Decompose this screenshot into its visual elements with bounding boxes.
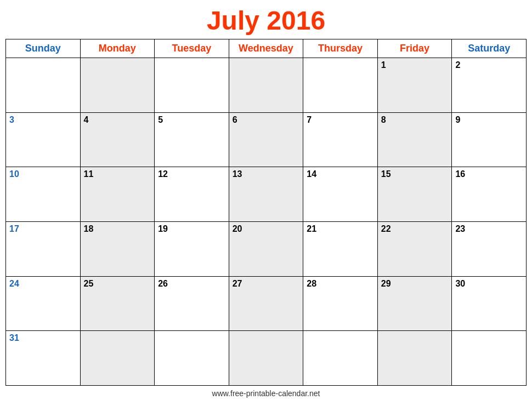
- calendar-cell: [155, 331, 229, 386]
- header-row: SundayMondayTuesdayWednesdayThursdayFrid…: [6, 39, 527, 58]
- day-number: 2: [455, 60, 460, 70]
- day-number: 14: [307, 169, 316, 179]
- week-row-3: 10111213141516: [6, 167, 527, 222]
- day-number: 17: [9, 224, 19, 233]
- calendar-cell: 30: [452, 276, 527, 331]
- day-number: 15: [381, 169, 391, 179]
- day-number: 8: [381, 115, 386, 124]
- calendar-cell: [303, 331, 378, 386]
- day-number: 18: [84, 224, 94, 233]
- calendar-cell: 19: [155, 221, 229, 276]
- calendar-cell: 7: [303, 112, 378, 167]
- header-tuesday: Tuesday: [155, 39, 229, 58]
- calendar-cell: [377, 331, 452, 386]
- week-row-4: 17181920212223: [6, 221, 527, 276]
- calendar-title: July 2016: [207, 5, 325, 36]
- calendar-cell: 22: [377, 221, 452, 276]
- day-number: 19: [158, 224, 168, 233]
- calendar-cell: 9: [452, 112, 527, 167]
- day-number: 30: [455, 279, 465, 288]
- calendar-cell: 17: [6, 221, 81, 276]
- day-number: 16: [455, 169, 465, 179]
- calendar-cell: 18: [80, 221, 155, 276]
- day-number: 31: [9, 333, 19, 342]
- day-number: 25: [84, 279, 94, 288]
- day-number: 26: [158, 279, 168, 288]
- calendar-cell: 11: [80, 167, 155, 222]
- day-number: 12: [158, 169, 168, 179]
- calendar-cell: [229, 58, 303, 113]
- calendar-cell: 1: [377, 58, 452, 113]
- calendar-cell: [303, 58, 378, 113]
- calendar-body: 1234567891011121314151617181920212223242…: [6, 58, 527, 386]
- day-number: 6: [233, 115, 237, 124]
- day-number: 22: [381, 224, 391, 233]
- calendar-cell: 26: [155, 276, 229, 331]
- day-number: 5: [158, 115, 163, 124]
- calendar-cell: 10: [6, 167, 81, 222]
- calendar-cell: 3: [6, 112, 81, 167]
- calendar-cell: 21: [303, 221, 378, 276]
- day-number: 7: [307, 115, 312, 124]
- header-friday: Friday: [377, 39, 452, 58]
- header-thursday: Thursday: [303, 39, 378, 58]
- calendar-cell: 13: [229, 167, 303, 222]
- day-number: 29: [381, 279, 391, 288]
- calendar-cell: 28: [303, 276, 378, 331]
- calendar-table: SundayMondayTuesdayWednesdayThursdayFrid…: [5, 39, 527, 386]
- calendar-cell: 12: [155, 167, 229, 222]
- calendar-cell: 14: [303, 167, 378, 222]
- day-number: 9: [455, 115, 460, 124]
- calendar-cell: 25: [80, 276, 155, 331]
- day-number: 1: [381, 60, 386, 70]
- week-row-2: 3456789: [6, 112, 527, 167]
- calendar-cell: [6, 58, 81, 113]
- calendar-cell: 5: [155, 112, 229, 167]
- calendar-cell: [80, 331, 155, 386]
- day-number: 13: [233, 169, 242, 179]
- header-saturday: Saturday: [452, 39, 527, 58]
- calendar-cell: 4: [80, 112, 155, 167]
- week-row-6: 31: [6, 331, 527, 386]
- week-row-5: 24252627282930: [6, 276, 527, 331]
- day-number: 23: [455, 224, 465, 233]
- calendar-cell: 23: [452, 221, 527, 276]
- week-row-1: 12: [6, 58, 527, 113]
- calendar-cell: 29: [377, 276, 452, 331]
- day-number: 20: [233, 224, 242, 233]
- calendar-cell: [229, 331, 303, 386]
- day-number: 3: [9, 115, 14, 124]
- calendar-cell: [452, 331, 527, 386]
- header-sunday: Sunday: [6, 39, 81, 58]
- day-number: 21: [307, 224, 316, 233]
- header-monday: Monday: [80, 39, 155, 58]
- calendar-cell: 6: [229, 112, 303, 167]
- day-number: 4: [84, 115, 89, 124]
- day-number: 24: [9, 279, 19, 288]
- calendar-cell: [80, 58, 155, 113]
- calendar-cell: [155, 58, 229, 113]
- calendar-cell: 8: [377, 112, 452, 167]
- calendar-cell: 20: [229, 221, 303, 276]
- day-number: 10: [9, 169, 19, 179]
- calendar-cell: 24: [6, 276, 81, 331]
- calendar-cell: 31: [6, 331, 81, 386]
- footer: www.free-printable-calendar.net: [212, 386, 320, 400]
- day-number: 11: [84, 169, 94, 179]
- calendar-cell: 27: [229, 276, 303, 331]
- calendar-cell: 15: [377, 167, 452, 222]
- calendar-cell: 16: [452, 167, 527, 222]
- header-wednesday: Wednesday: [229, 39, 303, 58]
- calendar-header: SundayMondayTuesdayWednesdayThursdayFrid…: [6, 39, 527, 58]
- calendar-cell: 2: [452, 58, 527, 113]
- day-number: 27: [233, 279, 242, 288]
- day-number: 28: [307, 279, 316, 288]
